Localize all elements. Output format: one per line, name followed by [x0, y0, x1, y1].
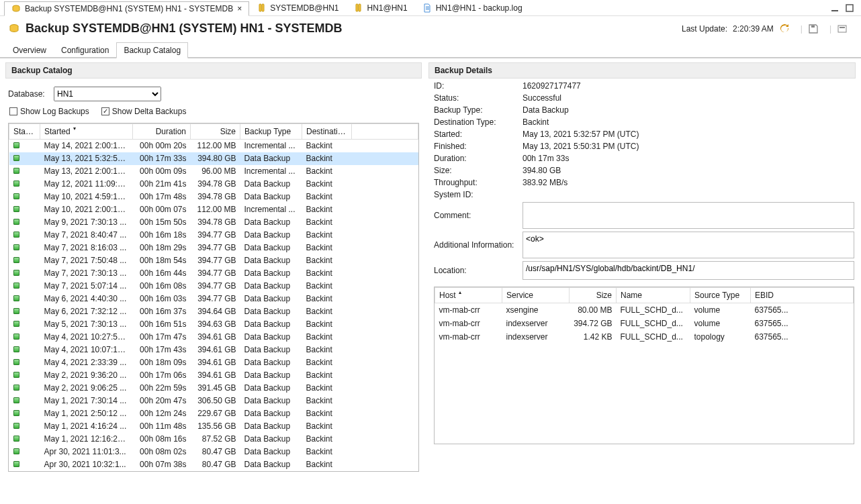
size-label: Size:	[434, 166, 523, 175]
column-header[interactable]: Status	[9, 124, 40, 140]
table-row[interactable]: May 9, 2021 7:30:13 ...00h 15m 50s394.78…	[9, 216, 418, 229]
column-header[interactable]: Name	[617, 288, 690, 303]
table-row[interactable]: May 4, 2021 10:07:13...00h 17m 43s394.61…	[9, 344, 418, 356]
table-row[interactable]: May 10, 2021 2:00:14...00h 00m 07s112.00…	[9, 203, 418, 216]
column-header[interactable]: Size	[191, 124, 240, 140]
table-row[interactable]: May 1, 2021 4:16:24 ...00h 11m 48s135.56…	[9, 420, 418, 433]
cell: Backint	[302, 382, 352, 395]
size-value: 394.80 GB	[523, 166, 854, 175]
table-row[interactable]: May 13, 2021 2:00:13...00h 00m 09s96.00 …	[9, 165, 418, 178]
cell: Backint	[302, 267, 352, 280]
table-row[interactable]: Apr 30, 2021 11:01:3...00h 08m 02s80.47 …	[9, 446, 418, 458]
hosts-table[interactable]: Host▴ServiceSizeNameSource TypeEBID vm-m…	[435, 287, 854, 444]
show-log-checkbox[interactable]: Show Log Backups	[9, 107, 89, 116]
table-row[interactable]: May 4, 2021 10:27:57...00h 17m 47s394.61…	[9, 331, 418, 344]
column-header[interactable]: Duration	[133, 124, 191, 140]
addl-info-textarea[interactable]	[523, 232, 854, 258]
table-row[interactable]: May 1, 2021 2:50:12 ...00h 12m 24s229.67…	[9, 407, 418, 420]
subtab-overview[interactable]: Overview	[5, 42, 54, 58]
column-header[interactable]: Service	[502, 288, 570, 303]
cell	[9, 267, 40, 280]
table-row[interactable]: vm-mab-crrxsengine80.00 MBFULL_SCHD_d...…	[435, 303, 854, 317]
addl-info-label: Additional Information:	[434, 240, 523, 250]
table-row[interactable]: May 5, 2021 7:30:13 ...00h 16m 51s394.63…	[9, 318, 418, 331]
editor-tab[interactable]: HN1@HN1	[346, 1, 414, 15]
subtab-backup-catalog[interactable]: Backup Catalog	[116, 42, 188, 58]
table-row[interactable]: May 7, 2021 7:50:48 ...00h 18m 54s394.77…	[9, 254, 418, 267]
cell: Backint	[302, 165, 352, 178]
table-row[interactable]: May 7, 2021 8:40:47 ...00h 16m 18s394.77…	[9, 229, 418, 242]
table-row[interactable]: May 1, 2021 7:30:14 ...00h 20m 47s306.50…	[9, 395, 418, 407]
cell: Backint	[302, 356, 352, 369]
cell: 394.77 GB	[191, 254, 240, 267]
column-header[interactable]: Host▴	[435, 288, 502, 303]
table-row-empty	[435, 344, 854, 357]
table-row[interactable]: Apr 30, 2021 10:32:1...00h 07m 38s80.47 …	[9, 458, 418, 471]
started-label: Started:	[434, 130, 523, 139]
table-row[interactable]: May 12, 2021 11:09:5...00h 21m 41s394.78…	[9, 178, 418, 191]
column-header[interactable]: Backup Type	[240, 124, 302, 140]
cell: May 1, 2021 4:16:24 ...	[40, 420, 133, 433]
table-row[interactable]: May 6, 2021 7:32:12 ...00h 16m 37s394.64…	[9, 305, 418, 318]
column-header[interactable]: Destinatio...	[302, 124, 352, 140]
table-row[interactable]: May 4, 2021 2:33:39 ...00h 18m 09s394.61…	[9, 356, 418, 369]
table-row[interactable]: May 1, 2021 12:16:21...00h 08m 16s87.52 …	[9, 433, 418, 446]
cell: May 14, 2021 2:00:13...	[40, 140, 133, 152]
settings-icon[interactable]	[837, 23, 848, 34]
table-row[interactable]: vm-mab-crrindexserver394.72 GBFULL_SCHD_…	[435, 317, 854, 330]
cell: 394.61 GB	[191, 356, 240, 369]
cell: 394.64 GB	[191, 305, 240, 318]
close-icon[interactable]: ×	[237, 4, 242, 13]
cell: Backint	[302, 420, 352, 433]
status-ok-icon	[13, 295, 19, 301]
table-row[interactable]: May 7, 2021 5:07:14 ...00h 16m 08s394.77…	[9, 280, 418, 293]
cell: May 6, 2021 4:40:30 ...	[40, 293, 133, 305]
cell: 00h 18m 29s	[133, 242, 191, 254]
cell: Data Backup	[240, 267, 302, 280]
cell	[9, 344, 40, 356]
cell: indexserver	[502, 330, 570, 344]
show-delta-checkbox[interactable]: ✓ Show Delta Backups	[101, 107, 187, 116]
cell: 637565...	[751, 303, 854, 317]
column-header[interactable]: Source Type	[690, 288, 751, 303]
backup-type-value: Data Backup	[523, 105, 854, 115]
cell	[9, 140, 40, 152]
cell	[9, 331, 40, 344]
database-select[interactable]: HN1	[54, 87, 161, 101]
refresh-icon[interactable]	[779, 23, 790, 34]
editor-tab[interactable]: SYSTEMDB@HN1	[249, 1, 346, 15]
save-icon[interactable]	[808, 23, 819, 34]
cell: Data Backup	[240, 407, 302, 420]
cell: vm-mab-crr	[435, 317, 502, 330]
maximize-icon[interactable]	[845, 3, 854, 13]
location-textarea[interactable]	[523, 261, 854, 280]
comment-textarea[interactable]	[523, 202, 854, 229]
table-row[interactable]: May 6, 2021 4:40:30 ...00h 16m 03s394.77…	[9, 293, 418, 305]
table-row[interactable]: May 13, 2021 5:32:57...00h 17m 33s394.80…	[9, 152, 418, 165]
column-header[interactable]: Size	[570, 288, 617, 303]
catalog-table[interactable]: StatusStarted▾DurationSizeBackup TypeDes…	[9, 123, 418, 471]
table-row[interactable]: May 7, 2021 8:16:03 ...00h 18m 29s394.77…	[9, 242, 418, 254]
editor-tabstrip: Backup SYSTEMDB@HN1 (SYSTEM) HN1 - SYSTE…	[0, 0, 861, 16]
comment-label: Comment:	[434, 211, 523, 220]
table-row[interactable]: May 2, 2021 9:36:20 ...00h 17m 06s394.61…	[9, 369, 418, 382]
cell: 00h 16m 44s	[133, 267, 191, 280]
table-row[interactable]: May 2, 2021 9:06:25 ...00h 22m 59s391.45…	[9, 382, 418, 395]
cell: 637565...	[751, 317, 854, 330]
table-row[interactable]: May 7, 2021 7:30:13 ...00h 16m 44s394.77…	[9, 267, 418, 280]
table-row[interactable]: May 14, 2021 2:00:13...00h 00m 20s112.00…	[9, 140, 418, 152]
column-header[interactable]: EBID	[751, 288, 854, 303]
cell: 00h 12m 24s	[133, 407, 191, 420]
column-header[interactable]: Started▾	[40, 124, 133, 140]
checkbox-icon: ✓	[101, 107, 109, 115]
status-ok-icon	[13, 359, 19, 365]
table-row[interactable]: vm-mab-crrindexserver1.42 KBFULL_SCHD_d.…	[435, 330, 854, 344]
editor-tab[interactable]: Backup SYSTEMDB@HN1 (SYSTEM) HN1 - SYSTE…	[4, 1, 249, 16]
cell: Data Backup	[240, 331, 302, 344]
minimize-icon[interactable]	[830, 3, 840, 13]
subtab-configuration[interactable]: Configuration	[54, 42, 116, 58]
cell: 00h 17m 47s	[133, 331, 191, 344]
cell	[9, 305, 40, 318]
editor-tab[interactable]: HN1@HN1 - backup.log	[415, 1, 530, 15]
table-row[interactable]: May 10, 2021 4:59:10...00h 17m 48s394.78…	[9, 191, 418, 203]
